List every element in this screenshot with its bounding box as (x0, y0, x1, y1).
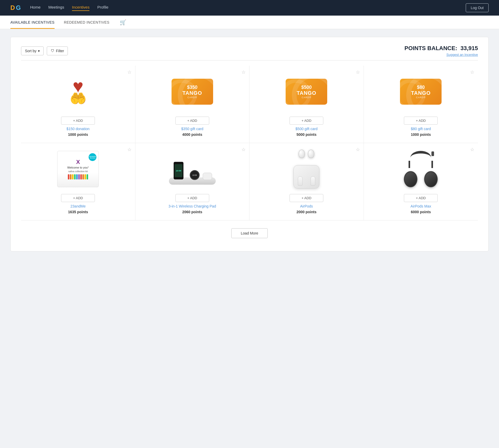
cart-icon[interactable]: 🛒 (120, 19, 126, 25)
incentive-points-airpods: 2000 points (297, 210, 317, 214)
filter-label: Filter (56, 49, 64, 53)
incentive-grid: ☆ ♥ 🤲 + ADD $150 donation 1000 points ☆ … (21, 66, 478, 220)
add-button-tango-80[interactable]: + ADD (404, 117, 438, 125)
tango-amount-500: $500 (301, 85, 312, 90)
incentive-name-tango-350: $350 gift card (181, 127, 203, 131)
star-button-charger[interactable]: ☆ (241, 147, 246, 152)
load-more-section: Load More (21, 220, 478, 241)
incentive-charger: ☆ 10:09 10:09 (135, 143, 250, 220)
tango-sub-350: CARD® (187, 96, 197, 99)
kit-x-logo: X (76, 159, 80, 165)
donation-illustration: ♥ 🤲 (70, 77, 87, 106)
incentive-23andme: ☆ Ancestry Service X Welcome to you° sal… (21, 143, 135, 220)
add-button-donation[interactable]: + ADD (61, 117, 95, 125)
sort-button[interactable]: Sort by ▾ (21, 46, 44, 55)
ancestry-badge: Ancestry Service (89, 153, 96, 161)
filter-button[interactable]: ⛉ Filter (47, 46, 68, 55)
star-button-tango-80[interactable]: ☆ (470, 69, 474, 75)
star-button-airpods-max[interactable]: ☆ (470, 147, 474, 152)
incentive-airpods-max: ☆ (364, 143, 478, 220)
tango-amount-350: $350 (187, 85, 198, 90)
incentive-tango-500: ☆ $500 TANGO CARD® + ADD $500 gift card … (250, 66, 364, 143)
incentive-name-tango-500: $500 gift card (296, 127, 318, 131)
kit-welcome-text: Welcome to you° (67, 166, 89, 169)
incentive-points-airpods-max: 6000 points (411, 210, 431, 214)
suggest-incentive-link[interactable]: Suggest an Incentive (402, 53, 478, 57)
airpods-image (254, 148, 359, 190)
incentive-donation: ☆ ♥ 🤲 + ADD $150 donation 1000 points (21, 66, 135, 143)
incentives-card: Sort by ▾ ⛉ Filter POINTS BALANCE: 33,91… (10, 37, 489, 251)
tango-500-image: $500 TANGO CARD® (254, 71, 359, 112)
incentive-tango-80: ☆ $80 TANGO CARD® + ADD $80 gift card 10… (364, 66, 478, 143)
star-button-23andme[interactable]: ☆ (127, 147, 132, 152)
tango-title-80: TANGO (411, 90, 431, 96)
toolbar-right: POINTS BALANCE: 33,915 Suggest an Incent… (402, 45, 478, 57)
main-content: Sort by ▾ ⛉ Filter POINTS BALANCE: 33,91… (0, 29, 499, 259)
logo-d: D (10, 4, 15, 11)
tab-available-incentives[interactable]: AVAILABLE INCENTIVES (10, 16, 55, 29)
airpods-max-mockup (404, 151, 438, 187)
incentive-name-tango-80: $80 gift card (411, 127, 431, 131)
navbar: DG Home Meetings Incentives Profile Log … (0, 0, 499, 16)
incentive-name-23andme: 23andMe (70, 204, 86, 208)
tango-sub-500: CARD® (302, 96, 311, 99)
tango-title-350: TANGO (182, 90, 202, 96)
tango-title-500: TANGO (297, 90, 316, 96)
sort-label: Sort by (25, 49, 36, 53)
add-button-airpods[interactable]: + ADD (290, 194, 323, 202)
toolbar: Sort by ▾ ⛉ Filter POINTS BALANCE: 33,91… (21, 45, 478, 61)
filter-icon: ⛉ (51, 49, 54, 53)
add-button-tango-350[interactable]: + ADD (175, 117, 209, 125)
star-button-donation[interactable]: ☆ (127, 69, 132, 75)
nav-meetings[interactable]: Meetings (48, 5, 64, 11)
incentive-name-airpods: AirPods (300, 204, 313, 208)
add-button-charger[interactable]: + ADD (175, 194, 209, 202)
airpods-mockup (288, 150, 325, 189)
points-balance: POINTS BALANCE: 33,915 (402, 45, 478, 52)
incentive-points-tango-80: 1000 points (411, 132, 431, 137)
nav-incentives[interactable]: Incentives (72, 5, 90, 11)
incentive-points-tango-350: 4000 points (182, 132, 202, 137)
incentive-points-donation: 1000 points (68, 132, 88, 137)
23andme-mockup: Ancestry Service X Welcome to you° saliv… (57, 151, 99, 187)
tango-350-image: $350 TANGO CARD® (140, 71, 245, 112)
star-button-airpods[interactable]: ☆ (356, 147, 360, 152)
tab-redeemed-incentives[interactable]: REDEEMED INCENTIVES (64, 16, 109, 29)
star-button-tango-350[interactable]: ☆ (241, 69, 246, 75)
incentive-points-23andme: 1635 points (68, 210, 88, 214)
logo: DG (10, 4, 21, 11)
tango-card-350: $350 TANGO CARD® (172, 79, 213, 105)
23andme-image: Ancestry Service X Welcome to you° saliv… (25, 148, 131, 190)
charger-mockup: 10:09 10:09 (169, 153, 216, 185)
incentive-tango-350: ☆ $350 TANGO CARD® + ADD $350 gift card … (135, 66, 250, 143)
add-button-tango-500[interactable]: + ADD (290, 117, 323, 125)
star-button-tango-500[interactable]: ☆ (356, 69, 360, 75)
nav-profile[interactable]: Profile (97, 5, 108, 11)
airpods-max-image (368, 148, 474, 190)
nav-left: DG Home Meetings Incentives Profile (10, 4, 108, 11)
nav-links: Home Meetings Incentives Profile (30, 5, 108, 11)
tango-amount-80: $80 (417, 85, 425, 90)
add-button-23andme[interactable]: + ADD (61, 194, 95, 202)
incentive-name-charger: 3-in-1 Wireless Charging Pad (168, 204, 216, 208)
tango-80-image: $80 TANGO CARD® (368, 71, 474, 112)
tabs-bar: AVAILABLE INCENTIVES REDEEMED INCENTIVES… (0, 16, 499, 29)
kit-sub-text: saliva collection kit (68, 170, 88, 173)
donation-image: ♥ 🤲 (25, 71, 131, 112)
charger-image: 10:09 10:09 (140, 148, 245, 190)
tango-card-500: $500 TANGO CARD® (286, 79, 327, 105)
tango-sub-80: CARD® (416, 96, 426, 99)
nav-home[interactable]: Home (30, 5, 41, 11)
incentive-name-airpods-max: AirPods Max (411, 204, 431, 208)
hand-icon: 🤲 (70, 91, 87, 106)
toolbar-left: Sort by ▾ ⛉ Filter (21, 46, 68, 55)
incentive-airpods: ☆ + ADD (250, 143, 364, 220)
incentive-name-donation: $150 donation (67, 127, 90, 131)
incentive-points-charger: 2060 points (182, 210, 202, 214)
add-button-airpods-max[interactable]: + ADD (404, 194, 438, 202)
logout-button[interactable]: Log Out (466, 3, 489, 12)
chevron-down-icon: ▾ (38, 49, 40, 53)
incentive-points-tango-500: 5000 points (297, 132, 317, 137)
logo-g: G (16, 4, 21, 11)
load-more-button[interactable]: Load More (231, 228, 268, 238)
